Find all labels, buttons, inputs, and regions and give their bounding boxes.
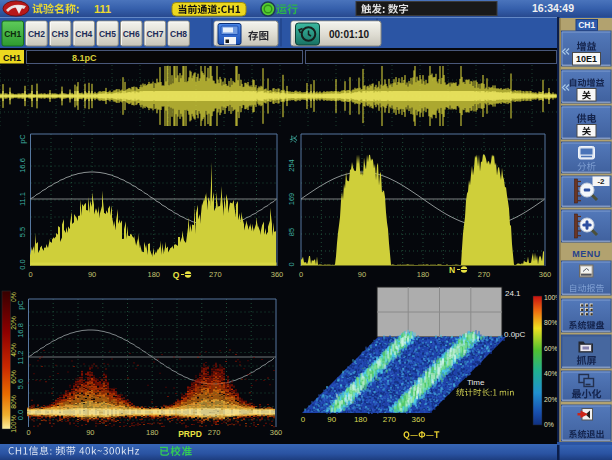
svg-text:CH3: CH3 (52, 29, 69, 39)
svg-text:20%: 20% (544, 396, 558, 403)
svg-text:CH1: CH1 (3, 53, 21, 63)
svg-text:CH1: CH1 (4, 29, 21, 39)
svg-text:pC: pC (16, 300, 25, 310)
svg-text:CH1: CH1 (578, 20, 595, 30)
svg-text:0: 0 (28, 270, 32, 279)
svg-text:0: 0 (26, 428, 30, 437)
svg-text:180: 180 (417, 270, 430, 279)
svg-text:00:01:10: 00:01:10 (329, 29, 369, 40)
svg-text:360: 360 (539, 270, 552, 279)
svg-text:CH7: CH7 (146, 29, 163, 39)
svg-text:90: 90 (358, 270, 366, 279)
svg-text:180: 180 (146, 428, 159, 437)
svg-text:360: 360 (271, 270, 284, 279)
svg-text:180: 180 (147, 270, 160, 279)
svg-text:Time: Time (467, 378, 485, 387)
svg-text:360: 360 (270, 428, 283, 437)
svg-text:85: 85 (287, 228, 296, 236)
svg-text:0: 0 (299, 270, 303, 279)
svg-text:CH4: CH4 (75, 29, 92, 39)
svg-text:11.1: 11.1 (18, 192, 27, 206)
svg-text:90: 90 (327, 415, 336, 424)
svg-text:169: 169 (287, 193, 296, 206)
svg-text:16.6: 16.6 (18, 158, 27, 173)
svg-text:CH5: CH5 (99, 29, 116, 39)
svg-text:80%: 80% (10, 395, 17, 409)
svg-text:20%: 20% (10, 316, 17, 330)
svg-text:270: 270 (383, 415, 397, 424)
svg-text:10E1: 10E1 (576, 54, 597, 64)
svg-text:60%: 60% (10, 370, 17, 384)
svg-text:0: 0 (287, 262, 296, 266)
svg-text:16:34:49: 16:34:49 (532, 2, 574, 14)
svg-text:CH8: CH8 (170, 29, 187, 39)
svg-text:PRPD: PRPD (178, 429, 202, 439)
svg-text:180: 180 (354, 415, 368, 424)
svg-text:90: 90 (88, 270, 96, 279)
svg-text:24.1: 24.1 (505, 289, 521, 298)
svg-text:254: 254 (287, 159, 296, 172)
svg-text:270: 270 (478, 270, 491, 279)
svg-text:N: N (449, 265, 455, 275)
svg-text:0: 0 (301, 415, 306, 424)
svg-text:0%: 0% (544, 421, 554, 428)
svg-text:111: 111 (94, 3, 111, 15)
svg-text:pC: pC (18, 134, 27, 144)
svg-text:0.0pC: 0.0pC (504, 330, 526, 339)
svg-text:270: 270 (209, 270, 222, 279)
svg-text:360: 360 (412, 415, 426, 424)
svg-text:8.1pC: 8.1pC (72, 53, 97, 63)
svg-text:0.0: 0.0 (18, 259, 27, 269)
svg-text:60%: 60% (544, 345, 558, 352)
svg-text:5.5: 5.5 (18, 227, 27, 237)
svg-text:80%: 80% (544, 319, 558, 326)
svg-text:100%: 100% (10, 415, 17, 432)
svg-text:CH6: CH6 (123, 29, 140, 39)
svg-text:Q: Q (173, 270, 180, 280)
svg-text:90: 90 (86, 428, 94, 437)
svg-text:MENU: MENU (572, 249, 601, 259)
svg-text:-2: -2 (597, 177, 605, 186)
svg-text:5.6: 5.6 (16, 379, 25, 389)
svg-text:11.2: 11.2 (16, 350, 25, 364)
svg-text:16.8: 16.8 (16, 323, 25, 338)
svg-text:0.0: 0.0 (16, 410, 25, 420)
svg-text:40%: 40% (10, 343, 17, 357)
svg-text:0%: 0% (10, 292, 17, 302)
svg-text:270: 270 (208, 428, 221, 437)
svg-text:40%: 40% (544, 370, 558, 377)
svg-text:CH2: CH2 (28, 29, 45, 39)
